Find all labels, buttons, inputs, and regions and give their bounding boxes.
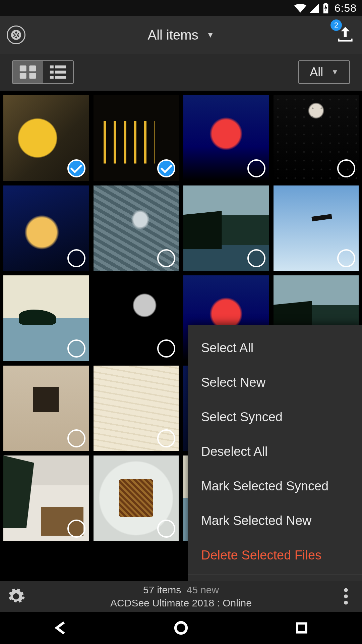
view-toggle [12,60,74,84]
svg-rect-1 [29,65,36,71]
select-circle-icon[interactable] [247,159,265,177]
divider [188,575,362,575]
nav-home-button[interactable] [169,616,193,640]
bottom-bar: 57 items 45 new ACDSee Ultimate 2018 : O… [0,581,362,612]
select-circle-icon[interactable] [67,520,85,538]
context-menu-item[interactable]: Mark Selected Synced [188,469,362,503]
select-circle-icon[interactable] [157,520,175,538]
svg-rect-2 [20,73,26,79]
select-circle-icon[interactable] [157,249,175,267]
checkmark-icon[interactable] [67,159,85,177]
svg-point-13 [176,623,187,634]
photo-thumb[interactable] [3,366,89,451]
android-nav-bar [0,612,362,644]
app-logo-icon[interactable] [7,25,25,44]
battery-charging-icon [322,3,329,13]
select-circle-icon[interactable] [337,249,355,267]
select-circle-icon[interactable] [157,339,175,358]
nav-back-button[interactable] [48,616,72,640]
svg-point-10 [344,588,348,592]
context-menu-item[interactable]: Deselect All [188,434,362,469]
recent-icon [295,621,308,635]
grid-icon [19,65,37,79]
select-circle-icon[interactable] [157,429,175,447]
gear-icon [7,587,25,606]
chevron-down-icon: ▼ [206,30,215,40]
cell-signal-icon [310,3,319,13]
select-circle-icon[interactable] [67,249,85,267]
photo-thumb[interactable] [94,275,179,361]
upload-button[interactable]: 2 [337,25,355,44]
select-circle-icon[interactable] [67,429,85,447]
context-menu-item[interactable]: Select All [188,331,362,365]
home-icon [174,621,188,635]
app-bar: All items ▼ 2 [0,16,362,54]
connection-status: ACDSee Ultimate 2018 : Online [110,596,252,609]
context-menu: Select AllSelect NewSelect SyncedDeselec… [188,325,362,581]
photo-thumb[interactable] [274,185,359,271]
new-count: 45 new [186,584,219,595]
photo-thumb[interactable] [3,275,89,361]
checkmark-icon[interactable] [157,159,175,177]
upload-badge: 2 [330,19,342,31]
title-dropdown-label: All items [148,28,198,43]
svg-rect-6 [50,70,54,73]
more-vertical-icon [337,587,355,606]
android-status-bar: 6:58 [0,0,362,16]
grid-view-button[interactable] [13,61,43,83]
svg-rect-0 [20,65,26,71]
svg-rect-5 [55,65,66,68]
svg-point-12 [344,601,348,605]
item-count: 57 items [143,584,181,595]
context-menu-item[interactable]: Mark Selected New [188,503,362,538]
photo-thumb[interactable] [3,95,89,181]
svg-rect-14 [297,624,306,633]
photo-thumb[interactable] [94,366,179,451]
status-clock: 6:58 [335,2,357,14]
filter-dropdown[interactable]: All ▼ [298,60,350,84]
back-icon [53,621,68,635]
settings-button[interactable] [7,587,25,606]
title-dropdown[interactable]: All items ▼ [148,28,215,43]
svg-rect-9 [55,76,66,79]
context-menu-item[interactable]: Delete Selected Files [188,538,362,573]
svg-point-11 [344,594,348,598]
select-circle-icon[interactable] [67,339,85,358]
photo-thumb[interactable] [183,95,269,181]
photo-thumb[interactable] [94,95,179,181]
chevron-down-icon: ▼ [331,68,339,76]
svg-rect-8 [50,76,54,79]
context-menu-item[interactable]: Select Synced [188,400,362,434]
photo-thumb[interactable] [3,455,89,541]
select-circle-icon[interactable] [247,249,265,267]
photo-thumb[interactable] [94,185,179,271]
svg-rect-7 [55,70,66,73]
filter-dropdown-label: All [310,65,323,79]
status-text: 57 items 45 new ACDSee Ultimate 2018 : O… [110,583,252,609]
photo-thumb[interactable] [3,185,89,271]
nav-recent-button[interactable] [290,616,314,640]
context-menu-item[interactable]: Select New [188,365,362,400]
svg-rect-3 [29,73,36,79]
photo-thumb[interactable] [94,455,179,541]
photo-thumb[interactable] [274,95,359,181]
toolbar: All ▼ [0,54,362,91]
select-circle-icon[interactable] [337,159,355,177]
more-button[interactable] [337,587,355,606]
photo-thumb[interactable] [183,185,269,271]
wifi-icon [294,3,306,13]
list-icon [49,65,67,79]
list-view-button[interactable] [43,61,73,83]
svg-rect-4 [50,65,54,68]
